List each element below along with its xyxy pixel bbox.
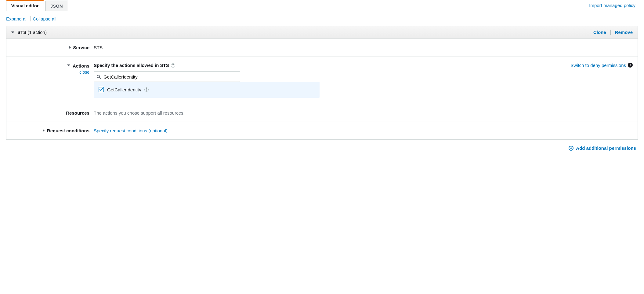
statement-action-count: (1 action) (27, 30, 47, 35)
statement-title: STS (17, 30, 26, 35)
actions-search[interactable] (94, 72, 240, 82)
section-service: Service STS (6, 39, 638, 56)
chevron-down-icon (11, 31, 14, 33)
add-permissions-label: Add additional permissions (576, 145, 636, 151)
service-label: Service (73, 45, 89, 50)
plus-circle-icon: ＋ (569, 146, 573, 151)
actions-close-link[interactable]: close (79, 70, 89, 75)
chevron-right-icon (69, 46, 71, 49)
service-toggle[interactable]: Service (69, 45, 89, 50)
svg-line-1 (99, 77, 100, 78)
collapse-all-link[interactable]: Collapse all (33, 16, 56, 21)
action-checkbox-row[interactable]: GetCallerIdentity ? (99, 87, 149, 92)
add-permissions-link[interactable]: ＋ Add additional permissions (569, 145, 636, 151)
actions-label: Actions (73, 63, 89, 68)
help-icon[interactable]: ? (144, 87, 149, 92)
actions-title: Specify the actions allowed in STS (94, 63, 169, 68)
svg-point-0 (97, 75, 99, 77)
search-icon (96, 75, 101, 79)
conditions-toggle[interactable]: Request conditions (43, 128, 89, 133)
actions-toggle[interactable]: Actions (67, 63, 89, 68)
statement-block: STS (1 action) Clone Remove Service (6, 26, 638, 140)
specify-conditions-link[interactable]: Specify request conditions (optional) (94, 128, 168, 133)
expand-all-link[interactable]: Expand all (6, 16, 27, 21)
info-icon[interactable]: i (628, 63, 633, 68)
section-resources: Resources The actions you chose support … (6, 104, 638, 122)
tabs: Visual editor JSON Import managed policy (6, 0, 638, 11)
resources-label: Resources (66, 110, 89, 116)
switch-deny-link[interactable]: Switch to deny permissions (570, 63, 626, 68)
import-managed-policy-link[interactable]: Import managed policy (589, 3, 638, 11)
expand-collapse-row: Expand all Collapse all (6, 11, 638, 26)
resources-text: The actions you chose support all resour… (94, 110, 185, 116)
chevron-down-icon (67, 64, 70, 66)
section-conditions: Request conditions Specify request condi… (6, 122, 638, 139)
section-actions: Actions close Specify the actions allowe… (6, 56, 638, 104)
statement-header[interactable]: STS (1 action) Clone Remove (6, 26, 638, 39)
tab-visual-editor[interactable]: Visual editor (6, 0, 44, 11)
clone-link[interactable]: Clone (593, 30, 606, 35)
help-icon[interactable]: ? (171, 63, 175, 68)
checkbox-checked-icon[interactable] (99, 87, 104, 92)
conditions-label: Request conditions (47, 128, 89, 133)
service-value: STS (94, 45, 103, 50)
chevron-right-icon (43, 129, 45, 132)
remove-link[interactable]: Remove (615, 30, 633, 35)
action-result-row: GetCallerIdentity ? (94, 82, 320, 98)
action-result-label: GetCallerIdentity (107, 87, 141, 92)
tab-json[interactable]: JSON (45, 1, 68, 11)
actions-search-input[interactable] (101, 74, 237, 80)
